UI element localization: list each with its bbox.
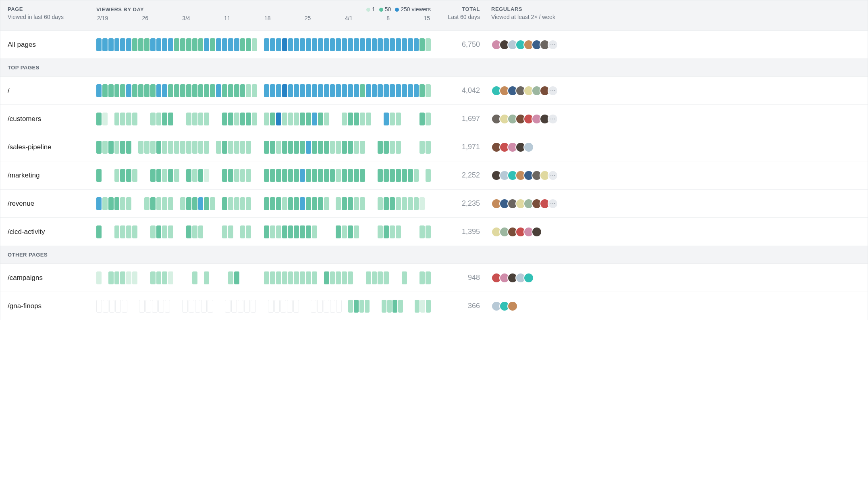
table-row[interactable]: /customers1,697⋯ <box>0 104 868 133</box>
heat-cell <box>390 197 395 210</box>
heat-cell <box>216 271 221 284</box>
regulars-avatars[interactable]: ⋯ <box>491 86 860 96</box>
page-name[interactable]: /cicd-activity <box>8 228 96 236</box>
regulars-avatars[interactable] <box>491 273 860 283</box>
heat-cell <box>336 300 342 313</box>
heat-cell <box>252 113 257 125</box>
avatar-overflow-icon[interactable]: ⋯ <box>548 86 558 96</box>
col-title: REGULARS <box>491 6 860 12</box>
heat-cell <box>312 225 317 238</box>
viewers-heat-strip[interactable] <box>96 197 431 210</box>
avatar-overflow-icon[interactable]: ⋯ <box>548 198 558 209</box>
heat-cell <box>396 113 401 125</box>
page-name[interactable]: /revenue <box>8 200 96 208</box>
heat-cell <box>306 84 311 97</box>
heat-cell <box>162 225 167 238</box>
heat-cell <box>408 197 413 210</box>
heat-cell <box>264 197 269 210</box>
heat-cell <box>366 225 371 238</box>
heat-cell <box>348 84 353 97</box>
heat-cell <box>138 271 143 284</box>
heat-cell <box>162 271 167 284</box>
heat-cell <box>342 271 347 284</box>
legend-high: 250 viewers <box>395 6 431 13</box>
viewers-legend: 1 50 250 viewers <box>366 6 431 13</box>
table-row[interactable]: /marketing2,252⋯ <box>0 161 868 189</box>
heat-cell <box>305 300 310 313</box>
heat-cell <box>384 271 389 284</box>
viewers-heat-strip[interactable] <box>96 84 431 97</box>
heat-cell <box>174 141 179 154</box>
heat-cell <box>419 141 425 154</box>
viewers-heat-strip[interactable] <box>96 300 431 313</box>
regulars-avatars[interactable] <box>491 227 860 237</box>
heat-cell <box>144 38 150 51</box>
viewers-heat-strip[interactable] <box>96 225 431 238</box>
heat-cell <box>336 113 341 125</box>
table-row[interactable]: /campaigns948 <box>0 263 868 292</box>
heat-cell <box>336 141 341 154</box>
heat-cell <box>168 169 173 182</box>
avatar-overflow-icon[interactable]: ⋯ <box>548 114 558 124</box>
heat-cell <box>354 197 359 210</box>
avatar-overflow-icon[interactable]: ⋯ <box>548 170 558 181</box>
page-name[interactable]: /gna-finops <box>8 302 96 310</box>
table-row[interactable]: /gna-finops366 <box>0 292 868 320</box>
heat-cell <box>366 271 371 284</box>
viewers-heat-strip[interactable] <box>96 38 431 51</box>
heat-cell <box>372 38 377 51</box>
table-row[interactable]: /4,042⋯ <box>0 76 868 104</box>
heat-cell <box>330 38 335 51</box>
heat-cell <box>372 225 377 238</box>
heat-cell <box>408 169 413 182</box>
heat-cell <box>162 84 167 97</box>
heat-cell <box>96 197 102 210</box>
section-title: TOP PAGES <box>8 65 860 71</box>
heat-cell <box>252 84 257 97</box>
regulars-avatars[interactable] <box>491 142 860 152</box>
heat-cell <box>378 84 383 97</box>
heat-cell <box>348 300 353 313</box>
viewers-heat-strip[interactable] <box>96 113 431 125</box>
heat-cell <box>348 169 353 182</box>
heat-cell <box>264 225 269 238</box>
heat-cell <box>342 113 347 125</box>
heat-cell <box>192 169 197 182</box>
page-name[interactable]: /marketing <box>8 171 96 179</box>
page-name[interactable]: All pages <box>8 41 96 49</box>
table-row[interactable]: /sales-pipeline1,971 <box>0 133 868 161</box>
heat-cell <box>366 38 371 51</box>
page-name[interactable]: /sales-pipeline <box>8 143 96 151</box>
viewers-heat-strip[interactable] <box>96 169 431 182</box>
heat-cell <box>420 300 425 313</box>
heat-cell <box>372 271 377 284</box>
heat-cell <box>234 141 239 154</box>
heat-cell <box>378 141 383 154</box>
heat-cell <box>144 169 150 182</box>
heat-cell <box>360 271 365 284</box>
table-row[interactable]: All pages6,750⋯ <box>0 30 868 58</box>
regulars-avatars[interactable] <box>491 301 860 311</box>
regulars-avatars[interactable]: ⋯ <box>491 198 860 209</box>
heat-cell <box>360 84 365 97</box>
page-name[interactable]: / <box>8 87 96 95</box>
heat-cell <box>246 113 251 125</box>
heat-cell <box>102 141 108 154</box>
heat-cell <box>404 300 409 313</box>
heat-cell <box>180 84 185 97</box>
table-row[interactable]: /cicd-activity1,395 <box>0 217 868 246</box>
heat-cell <box>222 38 227 51</box>
page-name[interactable]: /campaigns <box>8 274 96 282</box>
page-name[interactable]: /customers <box>8 115 96 123</box>
viewers-heat-strip[interactable] <box>96 271 431 284</box>
regulars-avatars[interactable]: ⋯ <box>491 170 860 181</box>
viewers-heat-strip[interactable] <box>96 141 431 154</box>
avatar-overflow-icon[interactable]: ⋯ <box>548 40 558 50</box>
heat-cell <box>306 141 311 154</box>
total-value: 1,395 <box>431 227 491 236</box>
table-row[interactable]: /revenue2,235⋯ <box>0 189 868 217</box>
regulars-avatars[interactable]: ⋯ <box>491 114 860 124</box>
regulars-avatars[interactable]: ⋯ <box>491 40 860 50</box>
heat-cell <box>287 300 293 313</box>
heat-cell <box>318 141 323 154</box>
